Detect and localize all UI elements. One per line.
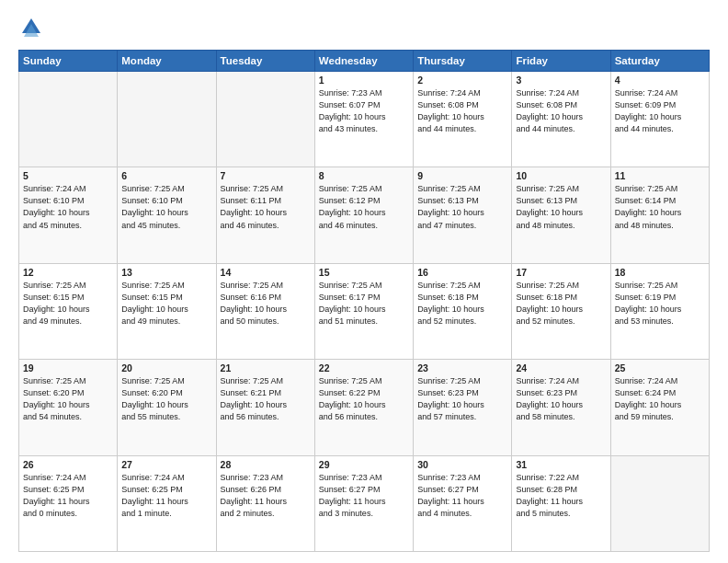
calendar-cell: 5Sunrise: 7:24 AM Sunset: 6:10 PM Daylig… [19, 167, 118, 263]
day-number: 15 [319, 267, 409, 278]
day-info: Sunrise: 7:25 AM Sunset: 6:16 PM Dayligh… [221, 280, 311, 327]
calendar-cell: 19Sunrise: 7:25 AM Sunset: 6:20 PM Dayli… [19, 360, 118, 455]
calendar-cell: 9Sunrise: 7:25 AM Sunset: 6:13 PM Daylig… [414, 167, 512, 263]
day-info: Sunrise: 7:24 AM Sunset: 6:08 PM Dayligh… [417, 87, 507, 135]
page: SundayMondayTuesdayWednesdayThursdayFrid… [0, 0, 728, 563]
logo-icon [18, 15, 44, 40]
day-number: 1 [319, 75, 409, 86]
day-number: 31 [516, 459, 606, 470]
day-info: Sunrise: 7:23 AM Sunset: 6:27 PM Dayligh… [319, 472, 409, 520]
day-info: Sunrise: 7:25 AM Sunset: 6:22 PM Dayligh… [319, 375, 409, 423]
calendar-cell: 26Sunrise: 7:24 AM Sunset: 6:25 PM Dayli… [19, 455, 118, 551]
day-number: 13 [121, 267, 211, 278]
day-number: 29 [319, 459, 409, 470]
calendar-cell: 29Sunrise: 7:23 AM Sunset: 6:27 PM Dayli… [314, 455, 413, 551]
header [18, 15, 710, 40]
calendar-cell: 28Sunrise: 7:23 AM Sunset: 6:26 PM Dayli… [216, 455, 314, 551]
day-number: 6 [121, 170, 211, 181]
day-number: 20 [121, 362, 211, 373]
calendar-cell: 2Sunrise: 7:24 AM Sunset: 6:08 PM Daylig… [414, 72, 512, 167]
calendar-header-friday: Friday [512, 51, 610, 72]
calendar-cell [216, 72, 314, 167]
day-info: Sunrise: 7:25 AM Sunset: 6:11 PM Dayligh… [221, 183, 311, 231]
calendar-cell: 31Sunrise: 7:22 AM Sunset: 6:28 PM Dayli… [512, 455, 610, 551]
day-number: 9 [417, 170, 507, 181]
calendar-cell: 14Sunrise: 7:25 AM Sunset: 6:16 PM Dayli… [216, 263, 314, 359]
calendar-cell [19, 72, 118, 167]
day-info: Sunrise: 7:25 AM Sunset: 6:10 PM Dayligh… [121, 183, 211, 231]
calendar-cell [610, 455, 709, 551]
day-info: Sunrise: 7:25 AM Sunset: 6:12 PM Dayligh… [319, 183, 409, 231]
day-number: 12 [23, 267, 113, 278]
day-info: Sunrise: 7:24 AM Sunset: 6:10 PM Dayligh… [23, 183, 113, 231]
calendar-cell: 22Sunrise: 7:25 AM Sunset: 6:22 PM Dayli… [314, 360, 413, 455]
calendar-table: SundayMondayTuesdayWednesdayThursdayFrid… [18, 50, 710, 552]
day-info: Sunrise: 7:25 AM Sunset: 6:17 PM Dayligh… [319, 280, 409, 327]
day-info: Sunrise: 7:25 AM Sunset: 6:14 PM Dayligh… [615, 183, 705, 231]
calendar-cell: 15Sunrise: 7:25 AM Sunset: 6:17 PM Dayli… [314, 263, 413, 359]
day-info: Sunrise: 7:24 AM Sunset: 6:09 PM Dayligh… [615, 87, 705, 135]
day-number: 18 [615, 267, 705, 278]
day-info: Sunrise: 7:24 AM Sunset: 6:23 PM Dayligh… [516, 375, 606, 423]
calendar-cell [118, 72, 216, 167]
calendar-week-1: 1Sunrise: 7:23 AM Sunset: 6:07 PM Daylig… [19, 72, 710, 167]
day-number: 30 [417, 459, 507, 470]
calendar-header-sunday: Sunday [19, 51, 118, 72]
day-info: Sunrise: 7:24 AM Sunset: 6:25 PM Dayligh… [23, 472, 113, 520]
calendar-cell: 21Sunrise: 7:25 AM Sunset: 6:21 PM Dayli… [216, 360, 314, 455]
calendar-header-row: SundayMondayTuesdayWednesdayThursdayFrid… [19, 51, 710, 72]
calendar-cell: 17Sunrise: 7:25 AM Sunset: 6:18 PM Dayli… [512, 263, 610, 359]
day-info: Sunrise: 7:25 AM Sunset: 6:15 PM Dayligh… [23, 280, 113, 327]
calendar-cell: 7Sunrise: 7:25 AM Sunset: 6:11 PM Daylig… [216, 167, 314, 263]
day-number: 22 [319, 362, 409, 373]
day-info: Sunrise: 7:25 AM Sunset: 6:19 PM Dayligh… [615, 280, 705, 327]
calendar-header-thursday: Thursday [414, 51, 512, 72]
day-info: Sunrise: 7:25 AM Sunset: 6:13 PM Dayligh… [516, 183, 606, 231]
calendar-cell: 25Sunrise: 7:24 AM Sunset: 6:24 PM Dayli… [610, 360, 709, 455]
day-info: Sunrise: 7:24 AM Sunset: 6:25 PM Dayligh… [121, 472, 211, 520]
day-info: Sunrise: 7:25 AM Sunset: 6:15 PM Dayligh… [121, 280, 211, 327]
calendar-header-tuesday: Tuesday [216, 51, 314, 72]
day-info: Sunrise: 7:25 AM Sunset: 6:21 PM Dayligh… [221, 375, 311, 423]
calendar-cell: 3Sunrise: 7:24 AM Sunset: 6:08 PM Daylig… [512, 72, 610, 167]
day-number: 23 [417, 362, 507, 373]
day-number: 5 [23, 170, 113, 181]
calendar-week-4: 19Sunrise: 7:25 AM Sunset: 6:20 PM Dayli… [19, 360, 710, 455]
calendar-cell: 8Sunrise: 7:25 AM Sunset: 6:12 PM Daylig… [314, 167, 413, 263]
day-number: 4 [615, 75, 705, 86]
calendar-week-2: 5Sunrise: 7:24 AM Sunset: 6:10 PM Daylig… [19, 167, 710, 263]
day-info: Sunrise: 7:23 AM Sunset: 6:07 PM Dayligh… [319, 87, 409, 135]
day-info: Sunrise: 7:24 AM Sunset: 6:08 PM Dayligh… [516, 87, 606, 135]
day-number: 8 [319, 170, 409, 181]
day-number: 14 [221, 267, 311, 278]
day-info: Sunrise: 7:22 AM Sunset: 6:28 PM Dayligh… [516, 472, 606, 520]
calendar-cell: 10Sunrise: 7:25 AM Sunset: 6:13 PM Dayli… [512, 167, 610, 263]
day-number: 2 [417, 75, 507, 86]
day-number: 16 [417, 267, 507, 278]
day-number: 10 [516, 170, 606, 181]
day-info: Sunrise: 7:25 AM Sunset: 6:23 PM Dayligh… [417, 375, 507, 423]
day-info: Sunrise: 7:23 AM Sunset: 6:27 PM Dayligh… [417, 472, 507, 520]
calendar-cell: 23Sunrise: 7:25 AM Sunset: 6:23 PM Dayli… [414, 360, 512, 455]
calendar-cell: 13Sunrise: 7:25 AM Sunset: 6:15 PM Dayli… [118, 263, 216, 359]
calendar-week-3: 12Sunrise: 7:25 AM Sunset: 6:15 PM Dayli… [19, 263, 710, 359]
calendar-cell: 20Sunrise: 7:25 AM Sunset: 6:20 PM Dayli… [118, 360, 216, 455]
calendar-week-5: 26Sunrise: 7:24 AM Sunset: 6:25 PM Dayli… [19, 455, 710, 551]
day-number: 21 [221, 362, 311, 373]
day-info: Sunrise: 7:25 AM Sunset: 6:13 PM Dayligh… [417, 183, 507, 231]
calendar-header-monday: Monday [118, 51, 216, 72]
day-info: Sunrise: 7:25 AM Sunset: 6:18 PM Dayligh… [417, 280, 507, 327]
calendar-header-wednesday: Wednesday [314, 51, 413, 72]
calendar-cell: 6Sunrise: 7:25 AM Sunset: 6:10 PM Daylig… [118, 167, 216, 263]
day-number: 3 [516, 75, 606, 86]
day-number: 11 [615, 170, 705, 181]
calendar-cell: 24Sunrise: 7:24 AM Sunset: 6:23 PM Dayli… [512, 360, 610, 455]
calendar-cell: 16Sunrise: 7:25 AM Sunset: 6:18 PM Dayli… [414, 263, 512, 359]
day-number: 19 [23, 362, 113, 373]
calendar-cell: 12Sunrise: 7:25 AM Sunset: 6:15 PM Dayli… [19, 263, 118, 359]
calendar-cell: 1Sunrise: 7:23 AM Sunset: 6:07 PM Daylig… [314, 72, 413, 167]
day-number: 26 [23, 459, 113, 470]
calendar-cell: 18Sunrise: 7:25 AM Sunset: 6:19 PM Dayli… [610, 263, 709, 359]
day-info: Sunrise: 7:24 AM Sunset: 6:24 PM Dayligh… [615, 375, 705, 423]
calendar-cell: 4Sunrise: 7:24 AM Sunset: 6:09 PM Daylig… [610, 72, 709, 167]
